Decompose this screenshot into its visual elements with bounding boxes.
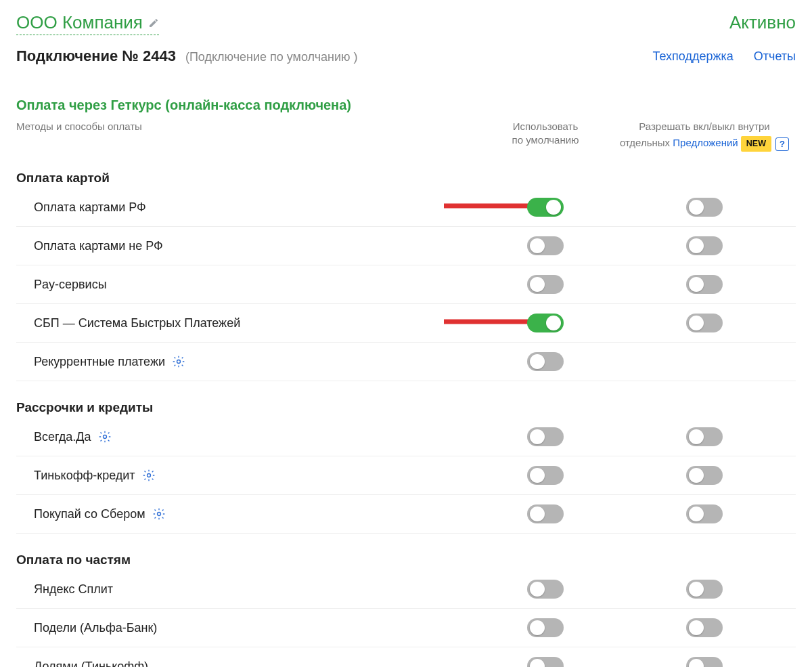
method-label: Яндекс Сплит [16,582,478,597]
toggle-default[interactable] [527,618,564,637]
method-row: Яндекс Сплит [16,570,796,609]
toggle-offers-cell [613,198,796,217]
toggle-default-cell [478,580,613,599]
toggle-default[interactable] [527,236,564,255]
toggle-default[interactable] [527,657,564,667]
toggle-offers-cell [613,618,796,637]
method-label: Подели (Альфа-Банк) [16,621,478,635]
reports-link[interactable]: Отчеты [754,49,796,64]
toggle-offers-cell [613,236,796,255]
method-row: Покупай со Сбером [16,495,796,534]
method-row: Тинькофф-кредит [16,456,796,495]
toggle-offers[interactable] [686,198,723,217]
method-row: Подели (Альфа-Банк) [16,609,796,647]
svg-point-4 [177,360,181,364]
col-header-default: Использовать по умолчанию [478,120,613,148]
toggle-offers[interactable] [686,504,723,523]
method-row: Оплата картами не РФ [16,227,796,265]
toggle-offers-cell [613,427,796,446]
toggle-offers-cell [613,657,796,667]
toggle-default-cell [478,427,613,446]
toggle-default-cell [478,466,613,485]
method-label: Рекуррентные платежи [16,355,478,369]
toggle-offers[interactable] [686,275,723,294]
toggle-default-cell [478,657,613,667]
method-label-text: Тинькофф-кредит [34,469,135,483]
toggle-offers-cell [613,275,796,294]
method-row: Рекуррентные платежи [16,343,796,381]
col-header-offers-l2a: отдельных [620,137,673,148]
connection-note: (Подключение по умолчанию ) [185,50,358,64]
method-label-text: Подели (Альфа-Банк) [34,621,157,635]
status-label: Активно [729,12,796,33]
method-label-text: Покупай со Сбером [34,507,145,521]
method-row: Оплата картами РФ [16,188,796,227]
method-label-text: СБП — Система Быстрых Платежей [34,316,240,330]
toggle-default-cell [478,618,613,637]
method-label: Pay-сервисы [16,278,478,292]
toggle-default[interactable] [527,352,564,371]
gear-icon[interactable] [172,355,185,368]
method-label: Оплата картами не РФ [16,239,478,253]
toggle-offers-cell [613,580,796,599]
company-name[interactable]: ООО Компания [16,12,159,35]
svg-point-7 [157,513,160,516]
method-label: Долями (Тинькофф) [16,660,478,667]
company-name-text: ООО Компания [16,12,143,33]
toggle-default-cell [478,504,613,523]
toggle-offers[interactable] [686,580,723,599]
help-icon[interactable]: ? [775,137,789,151]
col-header-default-l2: по умолчанию [512,134,579,146]
method-row: Pay-сервисы [16,265,796,304]
method-label: Всегда.Да [16,430,478,444]
method-label-text: Яндекс Сплит [34,582,113,597]
section-title: Оплата через Геткурс (онлайн-касса подкл… [16,98,796,113]
method-label-text: Оплата картами не РФ [34,239,163,253]
pencil-icon[interactable] [148,18,159,28]
method-label-text: Всегда.Да [34,430,91,444]
gear-icon[interactable] [142,469,156,482]
toggle-default[interactable] [527,275,564,294]
toggle-offers[interactable] [686,657,723,667]
toggle-offers[interactable] [686,466,723,485]
toggle-offers[interactable] [686,427,723,446]
group-title: Оплата по частям [16,553,796,567]
connection-title: Подключение № 2443 [16,47,176,65]
new-badge: NEW [741,136,771,152]
method-label: Тинькофф-кредит [16,469,478,483]
offers-link[interactable]: Предложений [673,137,738,148]
group-title: Оплата картой [16,171,796,186]
toggle-default[interactable] [527,314,564,332]
toggle-offers-cell [613,466,796,485]
svg-point-6 [147,474,150,477]
group-title: Рассрочки и кредиты [16,400,796,415]
toggle-default-cell [478,198,613,217]
toggle-default[interactable] [527,198,564,217]
method-label: СБП — Система Быстрых Платежей [16,316,478,330]
toggle-offers[interactable] [686,618,723,637]
support-link[interactable]: Техподдержка [652,49,733,64]
toggle-default-cell [478,236,613,255]
col-header-offers-l1: Разрешать вкл/выкл внутри [639,121,770,132]
method-row: Всегда.Да [16,418,796,456]
toggle-default[interactable] [527,466,564,485]
toggle-default[interactable] [527,580,564,599]
method-label: Покупай со Сбером [16,507,478,521]
method-row: Долями (Тинькофф) [16,647,796,667]
col-header-default-l1: Использовать [513,121,579,132]
method-row: СБП — Система Быстрых Платежей [16,304,796,343]
method-label-text: Pay-сервисы [34,278,107,292]
method-label-text: Оплата картами РФ [34,200,146,215]
toggle-offers[interactable] [686,314,723,332]
col-header-offers: Разрешать вкл/выкл внутри отдельных Пред… [613,120,796,152]
toggle-default-cell [478,352,613,371]
toggle-default-cell [478,314,613,332]
gear-icon[interactable] [98,430,112,444]
gear-icon[interactable] [152,507,166,521]
col-header-methods: Методы и способы оплаты [16,120,478,133]
toggle-offers-cell [613,504,796,523]
toggle-offers[interactable] [686,236,723,255]
toggle-default[interactable] [527,427,564,446]
toggle-default[interactable] [527,504,564,523]
method-label: Оплата картами РФ [16,200,478,215]
